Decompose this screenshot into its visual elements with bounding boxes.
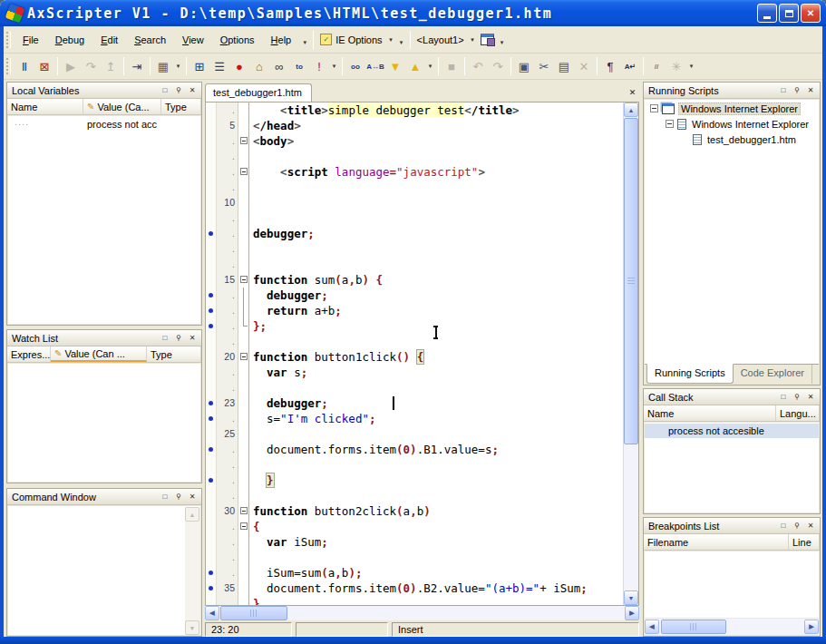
fold-toggle-icon[interactable] bbox=[240, 507, 248, 514]
code-text[interactable]: document.forms.item(0).B1.value=s; bbox=[249, 442, 638, 457]
breakpoint-margin[interactable] bbox=[206, 442, 217, 457]
breakpoints-body[interactable] bbox=[645, 551, 819, 618]
copy-icon[interactable]: ▣ bbox=[514, 57, 534, 76]
code-line[interactable]: . var iSum; bbox=[206, 534, 638, 550]
watch-glasses-icon[interactable]: ∞ bbox=[269, 57, 289, 76]
code-text[interactable]: <title>simple debugger test</title> bbox=[249, 102, 638, 118]
pin-icon[interactable]: ⚲ bbox=[172, 491, 185, 503]
breakpoint-margin[interactable] bbox=[206, 395, 217, 411]
code-text[interactable]: return a+b; bbox=[249, 303, 638, 318]
column-header-filename[interactable]: Filename bbox=[644, 534, 789, 550]
code-text[interactable]: iSum=sum(a,b); bbox=[249, 565, 638, 581]
scroll-down-icon[interactable]: ▼ bbox=[624, 590, 638, 605]
comment-icon[interactable]: // bbox=[646, 57, 666, 76]
code-line[interactable]: . } bbox=[206, 473, 638, 488]
breakpoint-margin[interactable] bbox=[206, 534, 217, 550]
breakpoints-horizontal-scrollbar[interactable]: ◀ ▶ bbox=[645, 619, 819, 635]
ie-options-dropdown[interactable]: ▾ bbox=[386, 30, 396, 49]
code-line[interactable]: . debugger; bbox=[206, 288, 638, 303]
scroll-left-icon[interactable]: ◀ bbox=[645, 620, 659, 634]
close-panel-icon[interactable]: ✕ bbox=[804, 391, 817, 403]
code-text[interactable]: var s; bbox=[249, 365, 638, 380]
minimize-button[interactable] bbox=[757, 4, 777, 23]
code-text[interactable] bbox=[249, 550, 638, 565]
maximize-button[interactable] bbox=[779, 4, 799, 23]
close-button[interactable]: ✕ bbox=[801, 4, 821, 23]
pin-icon[interactable]: ⚲ bbox=[791, 84, 803, 96]
scroll-left-icon[interactable]: ◀ bbox=[205, 606, 219, 620]
code-line[interactable]: .debugger; bbox=[206, 226, 638, 241]
code-text[interactable] bbox=[249, 488, 638, 503]
menu-view[interactable]: View bbox=[174, 32, 212, 48]
maximize-panel-icon[interactable]: □ bbox=[777, 84, 790, 96]
goto-definition-icon[interactable]: to bbox=[289, 57, 309, 76]
command-window-icon[interactable]: ! bbox=[309, 57, 329, 76]
column-header-line[interactable]: Line bbox=[789, 534, 820, 550]
comment-dropdown[interactable]: ▾ bbox=[686, 57, 696, 76]
toolbar-grip[interactable] bbox=[6, 32, 11, 48]
code-text[interactable]: function button2click(a,b) bbox=[249, 503, 638, 519]
code-line[interactable]: 23 debugger; bbox=[206, 395, 638, 411]
toolbar-overflow-icon[interactable]: ▾ bbox=[299, 30, 310, 49]
pin-icon[interactable]: ⚲ bbox=[791, 391, 803, 403]
code-text[interactable]: function button1click() { bbox=[249, 349, 638, 365]
running-scripts-tree[interactable]: Windows Internet Explorer Windows Intern… bbox=[645, 100, 819, 364]
code-line[interactable]: . <title>simple debugger test</title> bbox=[206, 102, 638, 118]
toolbar-overflow-icon[interactable]: ▾ bbox=[396, 30, 407, 49]
scrollbar-thumb[interactable] bbox=[661, 620, 726, 634]
fold-toggle-icon[interactable] bbox=[240, 522, 248, 530]
breakpoint-margin[interactable] bbox=[206, 164, 217, 180]
variable-row[interactable]: ···· process not acc bbox=[8, 117, 200, 132]
code-text[interactable]: }; bbox=[249, 318, 638, 334]
breakpoint-margin[interactable] bbox=[206, 380, 217, 395]
menu-edit[interactable]: Edit bbox=[92, 32, 126, 48]
code-text[interactable]: debugger; bbox=[249, 226, 638, 241]
call-tree-icon[interactable]: ☰ bbox=[209, 57, 229, 76]
breakpoint-margin[interactable] bbox=[206, 503, 217, 519]
breakpoint-margin[interactable] bbox=[206, 488, 217, 503]
code-text[interactable]: debugger; bbox=[249, 288, 638, 303]
breakpoint-margin[interactable] bbox=[206, 318, 217, 334]
column-header-type[interactable]: Type bbox=[161, 99, 201, 114]
fold-toggle-icon[interactable] bbox=[240, 137, 248, 144]
code-text[interactable] bbox=[249, 426, 638, 442]
code-text[interactable] bbox=[249, 149, 638, 164]
fold-toggle-icon[interactable] bbox=[240, 168, 248, 175]
code-line[interactable]: 20function button1click() { bbox=[206, 349, 638, 365]
breakpoint-margin[interactable] bbox=[206, 118, 217, 133]
collapse-icon[interactable] bbox=[666, 120, 674, 128]
code-line[interactable]: . return a+b; bbox=[206, 303, 638, 318]
breakpoint-margin[interactable] bbox=[206, 581, 217, 596]
close-panel-icon[interactable]: ✕ bbox=[804, 84, 817, 96]
code-text[interactable]: { bbox=[249, 519, 638, 534]
code-text[interactable]: s="I'm clicked"; bbox=[249, 411, 638, 426]
code-line[interactable]: .} bbox=[206, 596, 638, 606]
code-line[interactable]: . bbox=[206, 149, 638, 164]
breakpoint-margin[interactable] bbox=[206, 226, 217, 241]
breakpoint-margin[interactable] bbox=[206, 133, 217, 149]
menu-debug[interactable]: Debug bbox=[47, 32, 92, 48]
code-line[interactable]: .{ bbox=[206, 519, 638, 534]
fold-toggle-icon[interactable] bbox=[240, 353, 248, 360]
breakpoint-margin[interactable] bbox=[206, 241, 217, 257]
code-text[interactable] bbox=[249, 457, 638, 473]
tab-code-explorer[interactable]: Code Explorer bbox=[734, 365, 812, 384]
code-text[interactable] bbox=[249, 257, 638, 272]
breakpoint-margin[interactable] bbox=[206, 457, 217, 473]
column-header-name[interactable]: Name bbox=[7, 99, 83, 114]
evaluate-dropdown[interactable]: ▾ bbox=[173, 57, 183, 76]
scroll-up-icon[interactable]: ▲ bbox=[185, 507, 199, 522]
code-line[interactable]: . bbox=[206, 180, 638, 195]
pin-icon[interactable]: ⚲ bbox=[791, 520, 803, 532]
maximize-panel-icon[interactable]: □ bbox=[777, 520, 790, 532]
local-variables-body[interactable]: ···· process not acc bbox=[8, 116, 200, 324]
scroll-right-icon[interactable]: ▶ bbox=[804, 620, 819, 634]
layout-dropdown[interactable]: ▾ bbox=[468, 30, 478, 49]
maximize-panel-icon[interactable]: □ bbox=[159, 491, 171, 503]
code-text[interactable] bbox=[249, 210, 638, 226]
code-text[interactable]: } bbox=[249, 473, 638, 488]
code-line[interactable]: .}; bbox=[206, 318, 638, 334]
breakpoint-margin[interactable] bbox=[206, 303, 217, 318]
code-line[interactable]: 15function sum(a,b) { bbox=[206, 272, 638, 288]
pilcrow-icon[interactable]: ¶ bbox=[600, 57, 620, 76]
